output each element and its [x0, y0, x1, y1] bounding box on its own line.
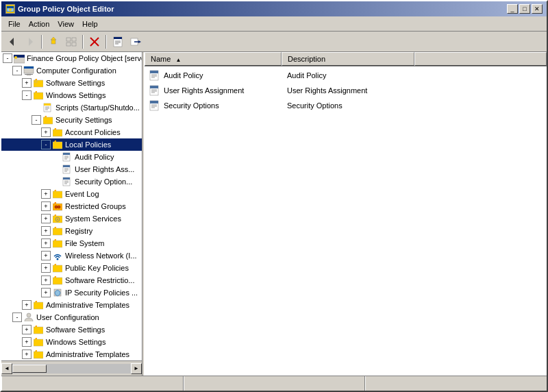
restricted-groups-expander[interactable]: +	[41, 201, 51, 211]
properties-button[interactable]	[110, 34, 126, 50]
tree-user-rights[interactable]: User Rights Ass...	[1, 163, 142, 175]
svg-marker-72	[53, 239, 56, 241]
local-policies-expander[interactable]: -	[41, 140, 51, 149]
column-description[interactable]: Description	[282, 52, 414, 66]
tree-system-services[interactable]: + System Services	[1, 212, 142, 225]
svg-rect-5	[51, 40, 55, 44]
back-button[interactable]	[4, 34, 21, 50]
public-key-label: Public Key Policies	[65, 264, 129, 272]
tree-windows-settings[interactable]: - Windows Settings	[1, 89, 142, 101]
tree-user-config[interactable]: - User Configuration	[1, 311, 142, 323]
tree-root[interactable]: - Finance Group Policy Object [server	[1, 52, 142, 64]
file-system-icon	[52, 238, 63, 249]
column-name[interactable]: Name ▲	[145, 52, 282, 66]
right-pane: Name ▲ Description	[145, 52, 547, 376]
view-button[interactable]	[63, 34, 79, 50]
scroll-thumb[interactable]	[12, 365, 47, 373]
list-item-audit-policy[interactable]: Audit Policy Audit Policy	[146, 68, 545, 83]
restricted-groups-label: Restricted Groups	[65, 202, 126, 210]
event-log-expander[interactable]: +	[41, 189, 51, 199]
svg-rect-84	[34, 339, 43, 346]
local-policies-icon	[52, 139, 63, 150]
up-button[interactable]	[45, 34, 62, 50]
user-admin-expander[interactable]: +	[22, 350, 32, 359]
software-settings-expander[interactable]: +	[22, 78, 32, 88]
tree-file-system[interactable]: + File System	[1, 237, 142, 249]
tree-security-settings[interactable]: - Security Settings	[1, 114, 142, 126]
user-windows-expander[interactable]: +	[22, 337, 32, 347]
tree-audit-policy[interactable]: Audit Policy	[1, 151, 142, 163]
security-settings-expander[interactable]: -	[32, 115, 41, 125]
delete-button[interactable]	[86, 34, 103, 50]
admin-templates-computer-expander[interactable]: +	[22, 300, 32, 310]
computer-config-expander[interactable]: -	[12, 66, 22, 75]
svg-rect-8	[72, 38, 76, 41]
system-services-expander[interactable]: +	[41, 214, 51, 223]
tree-security-options[interactable]: Security Option...	[1, 175, 142, 188]
tree-user-software[interactable]: + Software Settings	[1, 323, 142, 336]
scroll-left-btn[interactable]: ◄	[1, 363, 12, 374]
tree-event-log[interactable]: + Event Log	[1, 188, 142, 200]
registry-expander[interactable]: +	[41, 226, 51, 236]
minimize-button[interactable]: _	[507, 4, 518, 14]
svg-rect-50	[63, 165, 70, 167]
main-window: Group Policy Object Editor _ □ ✕ File Ac…	[0, 0, 548, 392]
tree-pane[interactable]: - Finance Group Policy Object [server -	[1, 52, 142, 360]
svg-point-2	[9, 8, 12, 11]
tree-software-restrict[interactable]: + Software Restrictio...	[1, 274, 142, 286]
software-restrict-expander[interactable]: +	[41, 275, 51, 285]
user-windows-icon	[33, 336, 44, 347]
list-item-user-rights[interactable]: User Rights Assignment User Rights Assig…	[146, 83, 545, 98]
export-button[interactable]	[127, 34, 144, 50]
tree-admin-templates-computer[interactable]: + Administrative Templates	[1, 299, 142, 311]
user-software-label: Software Settings	[46, 326, 105, 334]
event-log-label: Event Log	[65, 190, 99, 198]
public-key-expander[interactable]: +	[41, 263, 51, 273]
menu-help[interactable]: Help	[78, 19, 102, 29]
sec-options-spacer	[51, 177, 60, 186]
svg-marker-4	[29, 38, 33, 46]
scripts-expander-spacer	[32, 103, 41, 112]
tree-computer-config[interactable]: - Computer Configuration	[1, 64, 142, 77]
status-cell-3	[365, 376, 547, 391]
tree-scripts[interactable]: Scripts (Startup/Shutdo...	[1, 101, 142, 114]
menu-action[interactable]: Action	[25, 19, 54, 29]
svg-marker-43	[53, 140, 56, 142]
user-admin-icon	[33, 349, 44, 360]
maximize-button[interactable]: □	[519, 4, 530, 14]
list-content[interactable]: Audit Policy Audit Policy Use	[145, 66, 547, 376]
wireless-label: Wireless Network (I...	[65, 252, 137, 260]
tree-local-policies[interactable]: - Local Policies	[1, 138, 142, 151]
list-item-security-options[interactable]: Security Options Security Options	[146, 98, 545, 113]
tree-account-policies[interactable]: + Account Policies	[1, 126, 142, 138]
tree-user-admin-templates[interactable]: + Administrative Templates	[1, 348, 142, 360]
tree-registry[interactable]: + Registry	[1, 225, 142, 237]
tree-user-windows[interactable]: + Windows Settings	[1, 336, 142, 348]
security-options-label: Security Option...	[75, 177, 132, 186]
tree-hscrollbar[interactable]: ◄ ►	[1, 360, 142, 376]
scroll-track[interactable]	[12, 364, 131, 373]
scroll-right-btn[interactable]: ►	[131, 363, 142, 374]
menu-file[interactable]: File	[4, 19, 25, 29]
tree-public-key[interactable]: + Public Key Policies	[1, 262, 142, 274]
file-system-expander[interactable]: +	[41, 238, 51, 248]
user-software-expander[interactable]: +	[22, 325, 32, 334]
svg-marker-85	[34, 338, 37, 339]
svg-rect-31	[34, 93, 43, 99]
ip-security-expander[interactable]: +	[41, 288, 51, 297]
windows-settings-expander[interactable]: -	[22, 90, 32, 100]
tree-software-settings[interactable]: + Software Settings	[1, 77, 142, 89]
tree-restricted-groups[interactable]: + Restricted Groups	[1, 200, 142, 212]
root-expander[interactable]: -	[3, 53, 12, 63]
tree-wireless-network[interactable]: + Wireless Network (I...	[1, 249, 142, 262]
file-system-label: File System	[65, 239, 104, 247]
account-policies-expander[interactable]: +	[41, 127, 51, 137]
registry-label: Registry	[65, 227, 92, 235]
menu-view[interactable]: View	[53, 19, 78, 29]
forward-button[interactable]	[22, 34, 38, 50]
close-button[interactable]: ✕	[532, 4, 543, 14]
user-config-expander[interactable]: -	[12, 313, 22, 322]
wireless-expander[interactable]: +	[41, 251, 51, 260]
tree-ip-security[interactable]: + IP Security Policies ...	[1, 286, 142, 299]
user-rights-name: User Rights Assignment	[164, 86, 287, 95]
